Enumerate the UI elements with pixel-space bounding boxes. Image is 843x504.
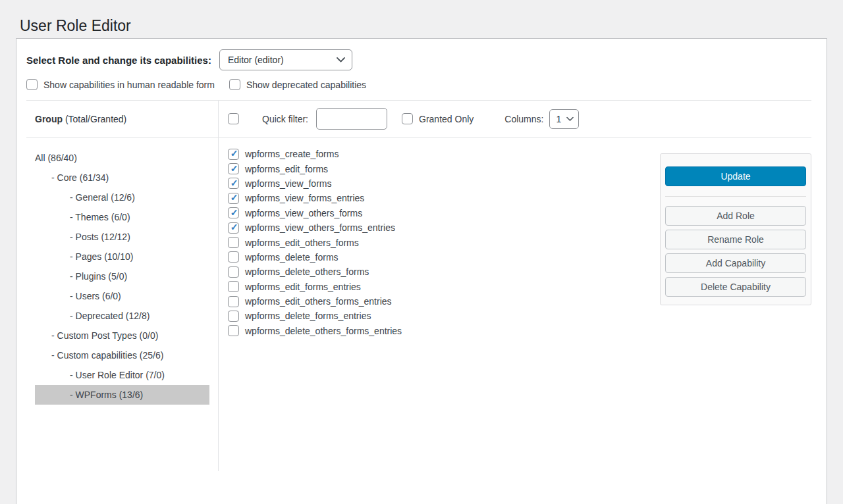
capability-label: wpforms_delete_forms (245, 252, 339, 263)
group-tree-item-label: - Deprecated (12/8) (70, 311, 150, 321)
capability-label: wpforms_view_forms (245, 178, 331, 189)
rename-role-button[interactable]: Rename Role (665, 230, 806, 249)
group-tree-item[interactable]: - User Role Editor (7/0) (35, 365, 209, 385)
option-human-readable: Show capabilities in human readable form (26, 79, 215, 90)
group-tree-item-label: - Users (6/0) (70, 291, 121, 301)
capability-label: wpforms_view_forms_entries (245, 193, 364, 203)
group-tree-item[interactable]: - Plugins (5/0) (35, 266, 209, 286)
capability-checkbox[interactable] (228, 178, 239, 189)
user-role-editor-panel: Select Role and change its capabilities:… (16, 38, 827, 504)
capability-label: wpforms_delete_forms_entries (245, 311, 371, 321)
group-tree-item-label: - Custom Post Types (0/0) (51, 330, 158, 341)
capability-label: wpforms_delete_others_forms_entries (245, 326, 402, 336)
group-tree-item-label: - WPForms (13/6) (70, 390, 143, 400)
deprecated-checkbox[interactable] (229, 79, 240, 90)
group-header-suffix: (Total/Granted) (63, 114, 126, 124)
capability-label: wpforms_edit_others_forms_entries (245, 296, 392, 307)
group-tree-item-label: - Posts (12/12) (70, 232, 130, 242)
capability-checkbox[interactable] (228, 311, 239, 322)
group-tree-item-label: - General (12/6) (70, 192, 135, 203)
capability-label: wpforms_view_others_forms_entries (245, 222, 395, 233)
columns-select-value: 1 (550, 114, 561, 124)
filter-bar: Group (Total/Granted) Quick filter: Gran… (16, 101, 827, 137)
capability-checkbox[interactable] (228, 251, 239, 263)
capability-label: wpforms_edit_others_forms (245, 238, 359, 248)
group-tree-item-label: - User Role Editor (7/0) (70, 370, 165, 380)
group-tree-item[interactable]: - Core (61/34) (35, 168, 209, 188)
delete-capability-button[interactable]: Delete Capability (665, 277, 806, 297)
group-tree-item[interactable]: - Custom Post Types (0/0) (35, 326, 209, 345)
capability-label: wpforms_edit_forms_entries (245, 282, 361, 292)
select-all-checkbox[interactable] (228, 113, 239, 124)
update-button[interactable]: Update (665, 166, 806, 186)
group-tree-item[interactable]: - Users (6/0) (35, 286, 209, 306)
group-tree-item[interactable]: - WPForms (13/6) (35, 385, 209, 405)
capability-checkbox[interactable] (228, 325, 239, 336)
granted-only-label[interactable]: Granted Only (419, 114, 474, 124)
group-tree-item[interactable]: - Custom capabilities (25/6) (35, 345, 209, 365)
human-readable-label[interactable]: Show capabilities in human readable form (43, 80, 215, 90)
group-tree-item[interactable]: All (86/40) (35, 148, 209, 168)
columns-label: Columns: (504, 114, 543, 124)
capability-checkbox[interactable] (228, 193, 239, 204)
option-deprecated: Show deprecated capabilities (229, 79, 366, 90)
add-role-button[interactable]: Add Role (665, 206, 806, 226)
group-tree-item[interactable]: - Posts (12/12) (35, 227, 209, 247)
capability-checkbox[interactable] (228, 296, 239, 307)
action-panel: Update Add Role Rename Role Add Capabili… (660, 153, 811, 305)
filter-controls: Quick filter: Granted Only Columns: 1 (219, 101, 827, 137)
page-title: User Role Editor (20, 17, 131, 35)
add-capability-button[interactable]: Add Capability (665, 253, 806, 273)
capability-label: wpforms_delete_others_forms (245, 266, 369, 277)
group-tree-item[interactable]: - General (12/6) (35, 188, 209, 207)
role-select-value: Editor (editor) (220, 55, 284, 65)
group-tree-item[interactable]: - Deprecated (12/8) (35, 306, 209, 326)
capability-checkbox[interactable] (228, 222, 239, 234)
group-tree-item[interactable]: - Themes (6/0) (35, 207, 209, 227)
deprecated-label[interactable]: Show deprecated capabilities (246, 80, 366, 90)
granted-only-checkbox[interactable] (402, 113, 413, 124)
group-tree-item-label: - Custom capabilities (25/6) (51, 350, 163, 361)
chevron-down-icon (337, 57, 345, 63)
group-tree: All (86/40)- Core (61/34)- General (12/6… (16, 148, 218, 405)
group-tree-item-label: - Pages (10/10) (70, 251, 134, 262)
capability-label: wpforms_edit_forms (245, 164, 328, 174)
quick-filter-input[interactable] (316, 108, 387, 130)
columns-select[interactable]: 1 (549, 109, 579, 129)
capability-checkbox[interactable] (228, 149, 239, 160)
role-selector-label: Select Role and change its capabilities: (26, 55, 211, 66)
panel-separator (665, 196, 806, 197)
capability-checkbox[interactable] (228, 207, 239, 218)
capability-row: wpforms_delete_forms_entries (228, 309, 827, 323)
group-tree-item-label: - Core (61/34) (51, 172, 109, 183)
capability-label: wpforms_create_forms (245, 149, 339, 159)
group-tree-item-label: All (86/40) (35, 153, 77, 163)
chevron-down-icon (566, 116, 574, 121)
capability-checkbox[interactable] (228, 281, 239, 292)
capability-checkbox[interactable] (228, 163, 239, 174)
group-tree-item[interactable]: - Pages (10/10) (35, 247, 209, 266)
role-selector-row: Select Role and change its capabilities:… (16, 39, 827, 70)
capability-label: wpforms_view_others_forms (245, 208, 362, 218)
options-row: Show capabilities in human readable form… (16, 70, 827, 100)
group-tree-item-label: - Themes (6/0) (70, 212, 130, 222)
group-header: Group (Total/Granted) (16, 101, 219, 137)
capability-checkbox[interactable] (228, 237, 239, 248)
quick-filter-label: Quick filter: (262, 114, 308, 124)
group-tree-column: All (86/40)- Core (61/34)- General (12/6… (16, 138, 219, 471)
capability-row: wpforms_delete_others_forms_entries (228, 324, 827, 338)
role-select[interactable]: Editor (editor) (219, 49, 352, 70)
human-readable-checkbox[interactable] (26, 79, 38, 90)
group-header-label: Group (35, 114, 63, 124)
group-tree-item-label: - Plugins (5/0) (70, 271, 127, 282)
capability-checkbox[interactable] (228, 266, 239, 278)
